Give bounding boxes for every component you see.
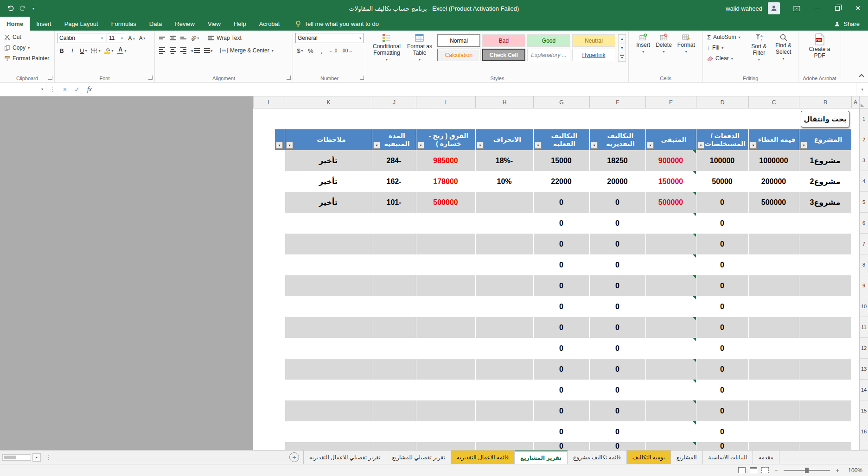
undo-button[interactable] xyxy=(6,5,14,12)
cell-C4[interactable]: 200000 xyxy=(748,171,799,192)
row-header-16[interactable]: 16 xyxy=(859,421,868,442)
row-header-17[interactable] xyxy=(859,442,868,450)
cell-K11[interactable] xyxy=(285,317,372,338)
gallery-up-button[interactable]: ▴ xyxy=(618,34,626,43)
cell-C5[interactable]: 500000 xyxy=(748,192,799,213)
cell-D1[interactable] xyxy=(696,108,748,129)
row-header-3[interactable]: 3 xyxy=(859,150,868,171)
horizontal-scrollbar-thumb[interactable] xyxy=(4,456,16,459)
cut-button[interactable]: Cut xyxy=(2,32,52,42)
cell-C1[interactable] xyxy=(748,108,799,129)
cell-D9[interactable]: 0 xyxy=(696,275,748,296)
zoom-out-button[interactable]: − xyxy=(773,467,779,474)
customize-qat-caret[interactable]: ▾ xyxy=(32,6,34,11)
close-button[interactable]: ✕ xyxy=(848,0,868,17)
cell-J8[interactable] xyxy=(372,254,416,275)
cell-I8[interactable] xyxy=(416,254,475,275)
cell-I7[interactable] xyxy=(416,234,475,254)
cell-E1[interactable] xyxy=(645,108,696,129)
column-header-I[interactable]: I xyxy=(416,96,475,108)
number-format-combobox[interactable]: General ▾ xyxy=(295,33,364,43)
alignment-dialog-launcher[interactable] xyxy=(287,76,291,80)
cell-A2[interactable] xyxy=(851,129,859,150)
search-navigate-button[interactable]: بحث وانتقال xyxy=(801,111,849,127)
select-all-corner[interactable] xyxy=(859,96,868,108)
cell-L14[interactable] xyxy=(253,380,285,400)
cell-F4[interactable]: 20000 xyxy=(589,171,645,192)
underline-button[interactable]: U▾ xyxy=(78,45,88,56)
cell-K8[interactable] xyxy=(285,254,372,275)
style-chip-check[interactable]: Check Cell xyxy=(482,49,525,61)
cell-G17[interactable]: 0 xyxy=(533,442,589,450)
column-header-E[interactable]: E xyxy=(645,96,696,108)
cell-D16[interactable]: 0 xyxy=(696,421,748,442)
format-painter-button[interactable]: Format Painter xyxy=(2,53,52,63)
italic-button[interactable]: I xyxy=(68,45,77,56)
cell-B14[interactable] xyxy=(799,380,851,400)
cell-G7[interactable]: 0 xyxy=(533,234,589,254)
filter-button-H[interactable]: ▾ xyxy=(477,142,484,149)
format-cells-button[interactable]: Format ▾ xyxy=(676,32,697,74)
enter-entry-button[interactable]: ✓ xyxy=(70,83,83,96)
cell-L11[interactable] xyxy=(253,317,285,338)
cell-J10[interactable] xyxy=(372,296,416,317)
cell-E9[interactable] xyxy=(645,275,696,296)
zoom-level[interactable]: 100% xyxy=(845,467,862,474)
name-box[interactable]: ▾ xyxy=(0,83,46,96)
clear-button[interactable]: Clear ▾ xyxy=(705,53,747,63)
cell-G14[interactable]: 0 xyxy=(533,380,589,400)
filter-button-K[interactable]: ▾ xyxy=(286,142,293,149)
cell-A16[interactable] xyxy=(851,421,859,442)
cell-I1[interactable] xyxy=(416,108,475,129)
cell-C17[interactable] xyxy=(748,442,799,450)
formula-input[interactable] xyxy=(96,83,856,96)
ribbon-tab-acrobat[interactable]: Acrobat xyxy=(253,17,287,31)
cell-A4[interactable] xyxy=(851,171,859,192)
cell-G3[interactable]: 15000 xyxy=(533,150,589,171)
table-header-C[interactable]: قيمه العطاء▾ xyxy=(748,129,799,150)
cell-L16[interactable] xyxy=(253,421,285,442)
cell-C7[interactable] xyxy=(748,234,799,254)
cell-B12[interactable] xyxy=(799,338,851,359)
cell-G12[interactable]: 0 xyxy=(533,338,589,359)
cell-H5[interactable] xyxy=(475,192,533,213)
cell-D14[interactable]: 0 xyxy=(696,380,748,400)
cell-H8[interactable] xyxy=(475,254,533,275)
ribbon-tab-formulas[interactable]: Formulas xyxy=(105,17,143,31)
sheet-tab-1[interactable]: تقرير تفصيلي للاعمال التقديريه xyxy=(304,451,386,464)
cell-E3[interactable]: 900000 xyxy=(645,150,696,171)
redo-button[interactable] xyxy=(19,5,27,12)
cell-H11[interactable] xyxy=(475,317,533,338)
cell-C16[interactable] xyxy=(748,421,799,442)
cell-L13[interactable] xyxy=(253,359,285,380)
column-header-B[interactable]: B xyxy=(799,96,851,108)
cell-J9[interactable] xyxy=(372,275,416,296)
cell-I11[interactable] xyxy=(416,317,475,338)
minimize-button[interactable]: ─ xyxy=(807,0,827,17)
row-header-15[interactable]: 15 xyxy=(859,400,868,421)
style-chip-good[interactable]: Good xyxy=(527,34,570,47)
insert-cells-button[interactable]: Insert ▾ xyxy=(634,32,652,74)
cell-C13[interactable] xyxy=(748,359,799,380)
cell-H9[interactable] xyxy=(475,275,533,296)
comma-style-button[interactable]: , xyxy=(317,45,326,56)
ribbon-tab-view[interactable]: View xyxy=(201,17,227,31)
row-header-2[interactable]: 2 xyxy=(859,129,868,150)
format-as-table-button[interactable]: Format as Table ▾ xyxy=(405,32,434,74)
new-sheet-button[interactable]: + xyxy=(289,452,299,462)
cell-E12[interactable] xyxy=(645,338,696,359)
cell-D6[interactable]: 0 xyxy=(696,213,748,234)
cell-D12[interactable]: 0 xyxy=(696,338,748,359)
align-right-button[interactable] xyxy=(179,45,188,56)
align-left-button[interactable] xyxy=(157,45,166,56)
cell-J7[interactable] xyxy=(372,234,416,254)
ribbon-tab-page-layout[interactable]: Page Layout xyxy=(58,17,105,31)
cell-J13[interactable] xyxy=(372,359,416,380)
cell-F5[interactable]: 0 xyxy=(589,192,645,213)
cell-I17[interactable] xyxy=(416,442,475,450)
filter-button-F[interactable]: ▾ xyxy=(591,142,598,149)
cell-A7[interactable] xyxy=(851,234,859,254)
table-header-H[interactable]: الانحراف▾ xyxy=(475,129,533,150)
horizontal-scrollbar-track[interactable] xyxy=(2,454,31,461)
cell-A6[interactable] xyxy=(851,213,859,234)
